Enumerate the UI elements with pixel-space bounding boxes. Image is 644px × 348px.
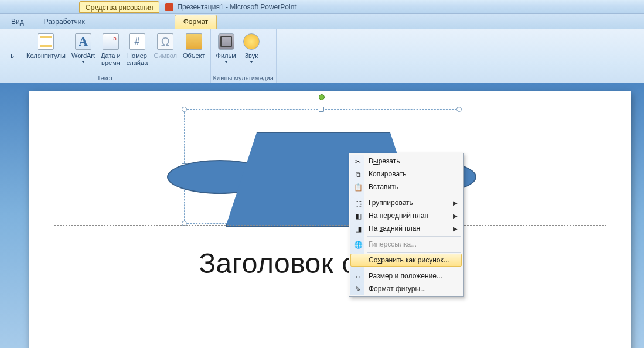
sound-button[interactable]: Звук▾	[239, 30, 264, 67]
bring-front-icon: ◧	[353, 211, 363, 221]
format-icon: ✎	[353, 285, 363, 294]
group-label-text: Текст	[2, 74, 208, 83]
film-icon	[218, 33, 234, 50]
slide-number-button[interactable]: Номер слайда	[124, 30, 151, 67]
movie-button[interactable]: Фильм▾	[213, 30, 239, 67]
ctx-save-as-picture[interactable]: Сохранить как рисунок...	[350, 254, 462, 267]
paste-icon: 📋	[353, 183, 363, 192]
symbol-button: Ω Символ	[151, 30, 180, 67]
header-footer-button[interactable]: Колонтитулы	[23, 30, 69, 67]
speaker-icon	[243, 33, 260, 50]
context-menu: ✂ Вырезать ⧉ Копировать 📋 Вставить ⬚ Гру…	[349, 153, 464, 297]
ctx-paste[interactable]: 📋 Вставить	[350, 180, 462, 193]
submenu-arrow-icon: ▶	[453, 213, 458, 219]
separator	[367, 268, 461, 268]
send-back-icon: ◨	[353, 224, 363, 234]
tab-format[interactable]: Формат	[175, 15, 217, 29]
copy-icon: ⧉	[353, 170, 363, 179]
ctx-format-shape[interactable]: ✎ Формат фигуры...	[350, 282, 462, 295]
ctx-hyperlink: 🌐 Гиперссылка...	[350, 238, 462, 251]
date-time-button[interactable]: Дата и время	[98, 30, 124, 67]
contextual-tab-drawing-tools[interactable]: Средства рисования	[79, 1, 159, 13]
ctx-bring-front[interactable]: ◧ На передний план ▶	[350, 209, 462, 222]
separator	[367, 195, 461, 195]
slide-number-icon	[129, 33, 145, 50]
ribbon-group-text: ь Колонтитулы A WordArt▾ Дата и время Но…	[0, 29, 211, 83]
group-icon: ⬚	[353, 199, 363, 208]
object-button[interactable]: Объект	[180, 30, 207, 67]
title-placeholder[interactable]: Заголовок сл а	[54, 225, 606, 301]
powerpoint-icon	[165, 3, 173, 11]
omega-icon: Ω	[157, 33, 173, 50]
ctx-group[interactable]: ⬚ Группировать ▶	[350, 196, 462, 209]
group-label-media: Клипы мультимедиа	[213, 74, 274, 83]
ctx-size-position[interactable]: ↔ Размер и положение...	[350, 269, 462, 282]
wordart-button[interactable]: A WordArt▾	[69, 30, 98, 67]
ctx-copy[interactable]: ⧉ Копировать	[350, 168, 462, 180]
object-icon	[186, 33, 202, 50]
header-footer-cut-button[interactable]: ь	[2, 30, 23, 67]
globe-icon: 🌐	[353, 240, 363, 250]
submenu-arrow-icon: ▶	[453, 200, 458, 206]
tab-view[interactable]: Вид	[2, 15, 33, 29]
wordart-icon: A	[75, 33, 91, 50]
header-footer-icon	[38, 33, 54, 50]
ribbon: ь Колонтитулы A WordArt▾ Дата и время Но…	[0, 29, 644, 83]
tab-developer[interactable]: Разработчик	[35, 15, 94, 29]
slide-canvas[interactable]: Заголовок сл а ✂ Вырезать ⧉ Копировать 📋…	[29, 91, 631, 348]
ribbon-tabs: Вид Разработчик Формат	[0, 14, 644, 29]
window-title: Презентация1 - Microsoft PowerPoint	[165, 3, 296, 11]
ctx-send-back[interactable]: ◨ На задний план ▶	[350, 222, 462, 235]
submenu-arrow-icon: ▶	[453, 226, 458, 232]
document-title: Презентация1 - Microsoft PowerPoint	[177, 3, 296, 11]
ctx-cut[interactable]: ✂ Вырезать	[350, 155, 462, 168]
slide-area: Заголовок сл а ✂ Вырезать ⧉ Копировать 📋…	[0, 83, 644, 348]
size-icon: ↔	[353, 272, 363, 281]
scissors-icon: ✂	[353, 157, 363, 166]
separator	[367, 252, 461, 253]
calendar-icon	[103, 33, 119, 50]
ribbon-group-media: Фильм▾ Звук▾ Клипы мультимедиа	[211, 29, 277, 83]
separator	[367, 236, 461, 237]
rotation-handle-line	[322, 100, 322, 107]
titlebar: Средства рисования Презентация1 - Micros…	[0, 0, 644, 14]
